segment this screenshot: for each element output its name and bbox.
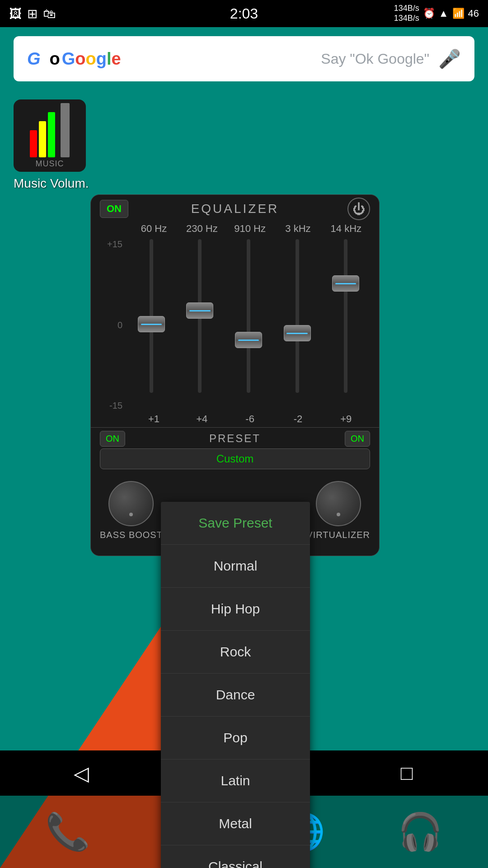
dock-headphones[interactable]: 🎧 xyxy=(384,807,456,857)
wifi-icon: ▲ xyxy=(439,8,449,19)
bass-boost-label: BASS BOOST xyxy=(100,530,163,540)
app-label: Music Volum. xyxy=(14,176,89,191)
preset-metal[interactable]: Metal xyxy=(161,802,310,845)
bass-boost-knob[interactable] xyxy=(108,481,154,526)
eq-header: ON EQUALIZER ⏻ xyxy=(91,195,379,223)
microphone-icon[interactable]: 🎤 xyxy=(438,48,461,70)
value-14khz: +9 xyxy=(324,413,369,425)
google-logo: G xyxy=(27,49,41,69)
preset-header: ON PRESET ON xyxy=(100,432,370,445)
freq-14khz: 14 kHz xyxy=(324,223,369,235)
value-60hz: +1 xyxy=(131,413,176,425)
virtualizer-section: VIRTUALIZER xyxy=(306,481,370,540)
preset-title: PRESET xyxy=(209,432,261,445)
bass-boost-section: BASS BOOST xyxy=(100,481,163,540)
network-speed: 134B/s 134B/s xyxy=(394,4,419,23)
back-button[interactable]: ◁ xyxy=(54,760,108,787)
music-volume-icon[interactable]: MUSIC xyxy=(14,99,86,172)
eq-power-button[interactable]: ⏻ xyxy=(347,198,370,220)
signal-icon: 📶 xyxy=(452,8,465,19)
preset-latin[interactable]: Latin xyxy=(161,760,310,802)
slider-thumb-910hz[interactable] xyxy=(235,332,262,348)
preset-current[interactable]: Custom xyxy=(100,448,370,469)
slider-thumb-230hz[interactable] xyxy=(186,302,213,319)
freq-60hz: 60 Hz xyxy=(131,223,176,235)
slider-track-3khz[interactable] xyxy=(296,239,299,393)
preset-pop[interactable]: Pop xyxy=(161,717,310,760)
sliders-area: +15 0 -15 xyxy=(91,239,379,411)
status-bar: 🖼 ⊞ 🛍 2:03 134B/s 134B/s ⏰ ▲ 📶 46 xyxy=(0,0,488,27)
google-logo-o: o xyxy=(50,49,60,69)
status-icons: 🖼 ⊞ 🛍 xyxy=(9,6,56,21)
preset-dropdown: Save Preset Normal Hip Hop Rock Dance Po… xyxy=(161,502,310,868)
slider-thumb-3khz[interactable] xyxy=(284,325,311,341)
grid-icon: ⊞ xyxy=(27,6,38,21)
app-widget[interactable]: MUSIC Music Volum. xyxy=(14,99,89,191)
preset-classical[interactable]: Classical xyxy=(161,845,310,868)
preset-hiphop[interactable]: Hip Hop xyxy=(161,588,310,631)
phone-icon[interactable]: 📞 xyxy=(43,807,93,857)
slider-line-60hz xyxy=(141,324,162,325)
preset-bass-toggle[interactable]: ON xyxy=(100,431,125,447)
slider-14khz[interactable] xyxy=(321,239,370,411)
virt-knob-indicator xyxy=(337,513,340,516)
preset-normal[interactable]: Normal xyxy=(161,545,310,588)
slider-track-60hz[interactable] xyxy=(150,239,153,393)
freq-labels: 60 Hz 230 Hz 910 Hz 3 kHz 14 kHz xyxy=(91,223,379,235)
save-preset-item[interactable]: Save Preset xyxy=(161,502,310,545)
virtualizer-label: VIRTUALIZER xyxy=(306,530,370,540)
preset-virt-toggle[interactable]: ON xyxy=(345,431,370,447)
search-bar[interactable]: G o Google Say "Ok Google" 🎤 xyxy=(14,36,474,81)
value-230hz: +4 xyxy=(179,413,225,425)
slider-line-3khz xyxy=(286,333,307,334)
slider-line-14khz xyxy=(335,283,356,284)
knob-indicator xyxy=(129,513,133,516)
slider-track-230hz[interactable] xyxy=(198,239,202,393)
eq-power-toggle[interactable]: ON xyxy=(100,200,128,218)
bag-icon: 🛍 xyxy=(43,6,56,21)
slider-60hz[interactable] xyxy=(127,239,176,411)
slider-line-910hz xyxy=(238,340,259,341)
value-3khz: -2 xyxy=(275,413,320,425)
photo-icon: 🖼 xyxy=(9,6,22,21)
dock-phone[interactable]: 📞 xyxy=(32,807,104,857)
google-logo-text: Google xyxy=(62,49,121,69)
ok-google-text: Say "Ok Google" xyxy=(321,51,429,67)
slider-thumb-60hz[interactable] xyxy=(138,316,165,332)
freq-910hz: 910 Hz xyxy=(227,223,272,235)
virtualizer-knob[interactable] xyxy=(316,481,361,526)
db-scale: +15 0 -15 xyxy=(100,239,127,411)
freq-3khz: 3 kHz xyxy=(275,223,320,235)
slider-230hz[interactable] xyxy=(176,239,225,411)
preset-dance[interactable]: Dance xyxy=(161,674,310,717)
freq-230hz: 230 Hz xyxy=(179,223,225,235)
slider-thumb-14khz[interactable] xyxy=(332,275,359,292)
eq-title: EQUALIZER xyxy=(191,202,279,216)
slider-track-14khz[interactable] xyxy=(344,239,347,393)
preset-section: ON PRESET ON Custom xyxy=(91,427,379,476)
preset-rock[interactable]: Rock xyxy=(161,631,310,674)
slider-line-230hz xyxy=(189,310,210,311)
slider-track-910hz[interactable] xyxy=(247,239,250,393)
alarm-icon: ⏰ xyxy=(423,8,435,19)
slider-910hz[interactable] xyxy=(224,239,273,411)
recent-button[interactable]: □ xyxy=(380,760,434,787)
value-labels: +1 +4 -6 -2 +9 xyxy=(91,411,379,427)
status-time: 2:03 xyxy=(230,5,258,22)
value-910hz: -6 xyxy=(227,413,272,425)
slider-3khz[interactable] xyxy=(273,239,322,411)
status-right-icons: 134B/s 134B/s ⏰ ▲ 📶 46 xyxy=(394,4,479,23)
battery-level: 46 xyxy=(468,8,479,19)
headphones-icon[interactable]: 🎧 xyxy=(395,807,445,857)
